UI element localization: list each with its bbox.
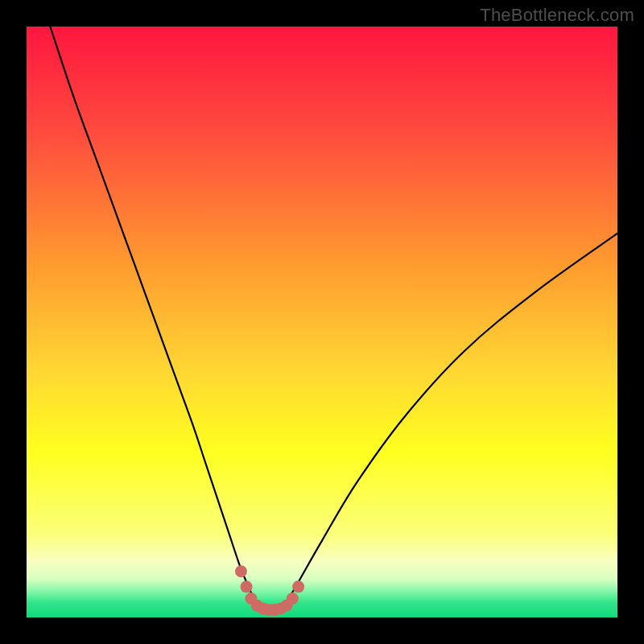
salmon-dot (292, 580, 304, 592)
salmon-dot (287, 592, 299, 605)
chart-plot-area (27, 27, 617, 617)
gradient-backdrop (27, 27, 617, 617)
viewport: TheBottleneck.com (0, 0, 644, 644)
salmon-dot (241, 580, 253, 592)
chart-svg (27, 27, 617, 617)
watermark-text: TheBottleneck.com (480, 5, 634, 26)
salmon-dot (235, 565, 247, 577)
